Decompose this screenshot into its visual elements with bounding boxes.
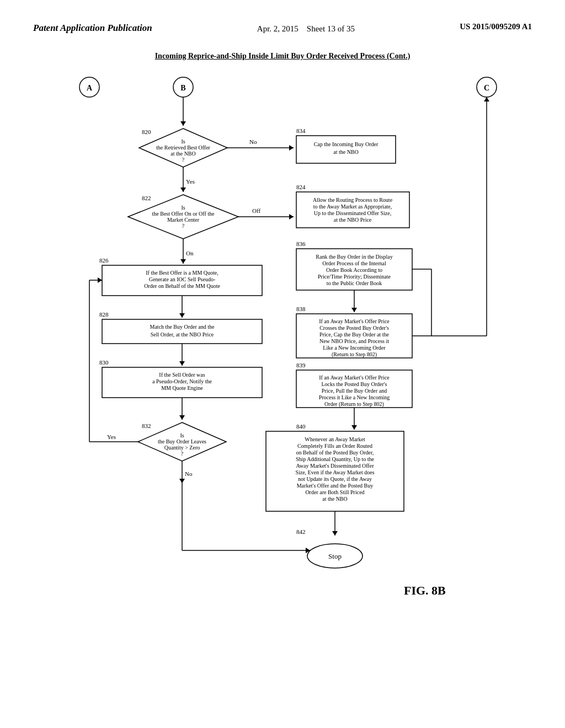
svg-text:Size, Even if the Away Market : Size, Even if the Away Market does	[295, 469, 374, 475]
svg-text:Is: Is	[180, 432, 184, 438]
svg-text:If the Sell Order was: If the Sell Order was	[159, 372, 205, 378]
header-publication-label: Patent Application Publication	[33, 22, 152, 34]
svg-text:834: 834	[296, 127, 306, 134]
svg-text:on Behalf of the Posted Buy Or: on Behalf of the Posted Buy Order,	[296, 449, 374, 456]
svg-text:839: 839	[296, 362, 306, 368]
svg-text:the Buy Order Leaves: the Buy Order Leaves	[158, 438, 206, 445]
svg-text:the Best Offer On or Off the: the Best Offer On or Off the	[152, 211, 215, 217]
svg-text:828: 828	[99, 311, 109, 318]
svg-text:?: ?	[182, 223, 185, 229]
svg-marker-124	[484, 97, 489, 101]
svg-text:Is: Is	[181, 138, 185, 144]
svg-text:Locks the Posted Buy Order's: Locks the Posted Buy Order's	[321, 381, 387, 387]
header-sheet: Sheet 13 of 35	[307, 24, 355, 33]
svg-text:A: A	[87, 84, 93, 92]
svg-text:No: No	[249, 138, 257, 145]
svg-marker-97	[98, 277, 102, 283]
svg-marker-15	[289, 145, 294, 151]
page: Patent Application Publication Apr. 2, 2…	[0, 0, 565, 728]
svg-text:Order Book According to: Order Book According to	[326, 267, 382, 273]
svg-text:Rank the Buy Order in the Disp: Rank the Buy Order in the Display	[316, 254, 392, 260]
svg-text:842: 842	[296, 528, 306, 535]
svg-text:836: 836	[296, 240, 306, 247]
svg-text:Off: Off	[252, 207, 260, 214]
svg-marker-115	[332, 531, 338, 536]
svg-text:Ship Additional Quantity, Up t: Ship Additional Quantity, Up to the	[296, 456, 375, 462]
svg-text:Market's Offer and the Posted : Market's Offer and the Posted Buy	[297, 483, 374, 489]
svg-text:824: 824	[296, 184, 306, 190]
svg-text:Market Center: Market Center	[167, 217, 200, 223]
svg-text:Sell Order, at the NBO Price: Sell Order, at the NBO Price	[151, 331, 214, 338]
svg-text:Match the Buy Order and the: Match the Buy Order and the	[150, 324, 215, 330]
svg-text:If an Away Market's Offer Pric: If an Away Market's Offer Price	[319, 318, 390, 324]
header-date: Apr. 2, 2015	[257, 24, 299, 33]
svg-text:Generate an IOC Sell Pseudo-: Generate an IOC Sell Pseudo-	[149, 276, 216, 282]
svg-text:B: B	[180, 84, 185, 92]
svg-text:at the NBO Price: at the NBO Price	[334, 217, 372, 223]
svg-text:Crosses the Posted Buy Order's: Crosses the Posted Buy Order's	[319, 325, 389, 331]
svg-marker-87	[351, 425, 357, 430]
svg-text:Yes: Yes	[186, 178, 195, 185]
svg-marker-40	[180, 259, 186, 264]
svg-marker-118	[306, 548, 310, 553]
svg-text:Allow the Routing Process to R: Allow the Routing Process to Route	[313, 197, 393, 203]
svg-text:a Pseudo-Order, Notify the: a Pseudo-Order, Notify the	[152, 378, 212, 384]
svg-text:Up to the Disseminated Offer S: Up to the Disseminated Offer Size,	[314, 210, 391, 216]
svg-text:If the Best Offer is a MM Quot: If the Best Offer is a MM Quote,	[146, 270, 218, 276]
svg-marker-57	[351, 308, 357, 312]
svg-text:not Update its Quote, if the A: not Update its Quote, if the Away	[298, 476, 372, 482]
svg-text:If an Away Market's Offer Pric: If an Away Market's Offer Price	[319, 374, 390, 381]
svg-text:840: 840	[296, 423, 306, 430]
svg-text:Price, Pull the Buy Order and: Price, Pull the Buy Order and	[322, 388, 387, 394]
svg-text:On: On	[186, 250, 194, 256]
svg-text:?: ?	[182, 157, 185, 163]
svg-marker-63	[179, 361, 185, 366]
svg-text:Order on Behalf of the MM Quot: Order on Behalf of the MM Quote	[144, 283, 220, 289]
svg-text:832: 832	[142, 422, 151, 429]
flowchart-svg: A B C 820 Is the Retrieved Best Offer at…	[56, 71, 509, 666]
svg-text:Away Market's Disseminated Off: Away Market's Disseminated Offer	[296, 463, 375, 469]
svg-text:New NBO Price, and Process it: New NBO Price, and Process it	[319, 338, 389, 344]
svg-text:at the NBO: at the NBO	[170, 151, 196, 157]
svg-marker-31	[289, 214, 294, 220]
svg-text:Price, Cap the Buy Order at th: Price, Cap the Buy Order at the	[319, 331, 389, 338]
svg-text:Cap the Incoming Buy Order: Cap the Incoming Buy Order	[314, 141, 379, 147]
svg-text:Yes: Yes	[107, 433, 116, 440]
svg-text:the Retrieved Best Offer: the Retrieved Best Offer	[156, 144, 211, 151]
header-patent-number: US 2015/0095209 A1	[460, 22, 532, 31]
diagram-title: Incoming Reprice-and-Ship Inside Limit B…	[45, 52, 520, 61]
svg-text:MM Quote Engine: MM Quote Engine	[161, 385, 203, 391]
svg-text:FIG. 8B: FIG. 8B	[404, 584, 446, 597]
svg-text:?: ?	[181, 451, 184, 457]
svg-text:820: 820	[142, 129, 151, 135]
svg-text:at the NBO: at the NBO	[333, 149, 359, 155]
svg-text:826: 826	[99, 257, 109, 264]
svg-text:Order are Both Still Priced: Order are Both Still Priced	[305, 489, 364, 495]
svg-text:at the NBO: at the NBO	[322, 496, 348, 502]
svg-text:822: 822	[142, 195, 151, 201]
svg-marker-48	[179, 313, 185, 318]
svg-text:to the Away Market as Appropri: to the Away Market as Appropriate,	[313, 204, 392, 210]
svg-text:838: 838	[296, 306, 306, 312]
svg-text:No: No	[185, 470, 193, 477]
svg-text:Process it Like a New Incoming: Process it Like a New Incoming	[319, 394, 390, 400]
svg-text:Stop: Stop	[328, 552, 342, 560]
svg-marker-100	[179, 479, 185, 483]
header-date-sheet: Apr. 2, 2015 Sheet 13 of 35	[257, 22, 355, 35]
diagram-area: Incoming Reprice-and-Ship Inside Limit B…	[45, 52, 520, 666]
svg-text:to the Public Order Book: to the Public Order Book	[327, 280, 382, 286]
svg-text:Order (Return to Step 802): Order (Return to Step 802)	[324, 401, 384, 408]
svg-text:Order Process of the Internal: Order Process of the Internal	[322, 260, 386, 266]
svg-text:(Return to Step 802): (Return to Step 802)	[332, 351, 377, 358]
svg-text:C: C	[484, 84, 489, 92]
svg-text:Quantity > Zero: Quantity > Zero	[164, 445, 200, 451]
svg-text:Is: Is	[181, 205, 185, 211]
svg-text:Completely Fills an Order Rout: Completely Fills an Order Routed	[297, 443, 372, 449]
svg-text:Price/Time Priority; Dissemina: Price/Time Priority; Disseminate	[318, 274, 391, 280]
svg-text:Whenever an Away Market: Whenever an Away Market	[305, 436, 365, 442]
page-header: Patent Application Publication Apr. 2, 2…	[33, 22, 532, 35]
svg-marker-22	[180, 188, 186, 192]
svg-marker-7	[180, 121, 186, 126]
svg-text:Like a New Incoming Order: Like a New Incoming Order	[323, 345, 386, 351]
svg-text:830: 830	[99, 359, 109, 366]
